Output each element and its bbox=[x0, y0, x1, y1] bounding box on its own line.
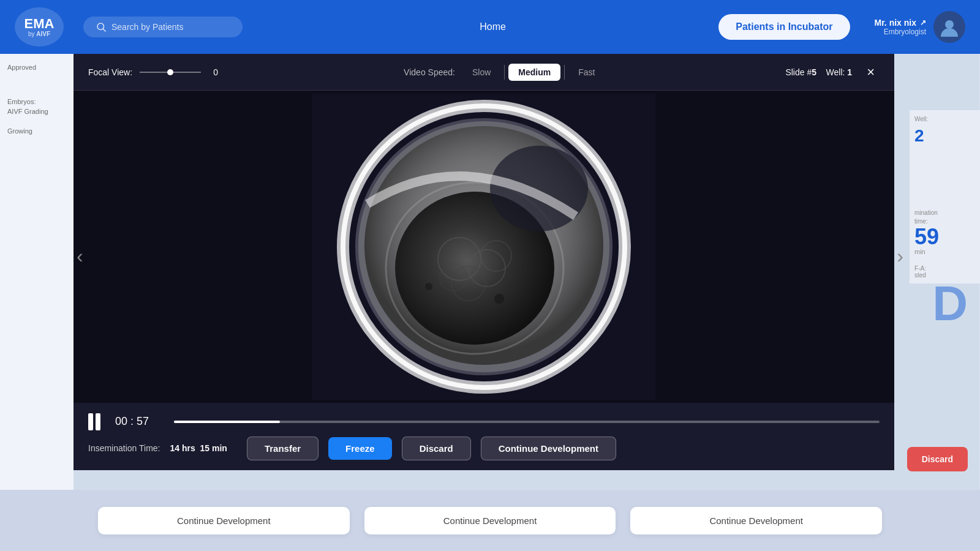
play-pause-button[interactable] bbox=[88, 413, 105, 430]
nav-prev-arrow[interactable]: ‹ bbox=[77, 245, 83, 268]
progress-bar-fill bbox=[174, 421, 280, 423]
speed-fast-button[interactable]: Fast bbox=[568, 64, 605, 81]
focal-slider-thumb bbox=[167, 69, 173, 75]
action-row: Insemination Time: 14 hrs 15 min Transfe… bbox=[88, 437, 880, 460]
transfer-button[interactable]: Transfer bbox=[247, 437, 318, 460]
focal-slider[interactable] bbox=[140, 65, 201, 80]
patients-incubator-button[interactable]: Patients in Incubator bbox=[718, 14, 850, 40]
freeze-button[interactable]: Freeze bbox=[328, 437, 392, 460]
right-panel-detail: Well: 2 minationtime: 59 min F-A: sted bbox=[910, 110, 980, 283]
pause-bar-left bbox=[88, 413, 93, 430]
embryo-visual bbox=[312, 94, 655, 400]
svg-point-16 bbox=[494, 294, 504, 304]
focal-value: 0 bbox=[208, 67, 223, 77]
user-name: Mr. nix nix ↗ bbox=[875, 18, 926, 28]
user-role: Embryologist bbox=[875, 28, 926, 36]
growing-label: Growing bbox=[7, 127, 66, 135]
slide-well-info: Slide #5 Well: 1 × bbox=[785, 63, 880, 81]
svg-point-2 bbox=[945, 20, 954, 29]
search-area[interactable]: Search by Patients bbox=[83, 17, 243, 37]
speed-slow-button[interactable]: Slow bbox=[462, 64, 500, 81]
focal-view-label: Focal View: bbox=[88, 67, 132, 77]
embryo-svg bbox=[312, 94, 655, 400]
nav-next-arrow[interactable]: › bbox=[897, 245, 903, 268]
continue-development-button[interactable]: Continue Development bbox=[481, 437, 616, 460]
close-modal-button[interactable]: × bbox=[862, 63, 880, 81]
svg-line-1 bbox=[103, 29, 105, 31]
modal-topbar: Focal View: 0 Video Speed: Slow Medium F… bbox=[74, 54, 894, 91]
avatar-icon bbox=[938, 16, 960, 38]
modal-controls: 00 : 57 Insemination Time: 14 hrs 15 min… bbox=[74, 403, 894, 470]
speed-divider-1 bbox=[504, 65, 505, 80]
video-speed-label: Video Speed: bbox=[404, 67, 455, 77]
nav-home[interactable]: Home bbox=[267, 21, 718, 32]
user-area: Mr. nix nix ↗ Embryologist bbox=[875, 11, 965, 43]
search-placeholder: Search by Patients bbox=[111, 22, 184, 32]
embryos-label: Embryos: bbox=[7, 98, 66, 105]
playback-row: 00 : 57 bbox=[88, 413, 880, 430]
insem-time-label: minationtime: bbox=[914, 209, 975, 226]
bottom-cards-area: Continue Development Continue Developmen… bbox=[0, 490, 980, 551]
progress-bar[interactable] bbox=[174, 421, 880, 423]
external-link-icon[interactable]: ↗ bbox=[920, 18, 926, 27]
speed-divider-2 bbox=[564, 65, 565, 80]
video-area bbox=[74, 91, 894, 403]
approved-label: Approved bbox=[7, 64, 66, 71]
time-display: 00 : 57 bbox=[115, 415, 164, 428]
fa-label: F-A: sted bbox=[914, 265, 975, 279]
search-icon bbox=[96, 21, 107, 32]
pause-icon bbox=[88, 413, 105, 430]
svg-point-17 bbox=[425, 283, 432, 290]
logo[interactable]: EMA by AIVF bbox=[15, 7, 64, 47]
insemination-values: 14 hrs 15 min bbox=[170, 443, 227, 453]
well-label: Well: 2 bbox=[914, 115, 975, 148]
right-letter-d: D bbox=[932, 276, 968, 332]
header: EMA by AIVF Search by Patients Home Pati… bbox=[0, 0, 980, 54]
video-speed-control: Video Speed: Slow Medium Fast bbox=[404, 64, 605, 81]
left-sidebar: Approved Embryos: AIVF Grading Growing bbox=[0, 54, 74, 551]
bottom-card-1: Continue Development bbox=[98, 507, 350, 534]
aivf-grading-label: AIVF Grading bbox=[7, 108, 66, 115]
speed-medium-button[interactable]: Medium bbox=[508, 64, 560, 81]
logo-ema: EMA bbox=[24, 17, 55, 31]
bottom-card-3: Continue Development bbox=[630, 507, 882, 534]
avatar bbox=[933, 11, 965, 43]
slide-info: Slide #5 Well: 1 bbox=[785, 67, 852, 77]
user-info: Mr. nix nix ↗ Embryologist bbox=[875, 18, 926, 36]
red-discard-button[interactable]: Discard bbox=[907, 447, 968, 471]
video-modal: Focal View: 0 Video Speed: Slow Medium F… bbox=[74, 54, 894, 470]
pause-bar-right bbox=[96, 413, 100, 430]
insemination-label: Insemination Time: bbox=[88, 443, 160, 453]
focal-slider-track bbox=[140, 72, 201, 73]
discard-button[interactable]: Discard bbox=[402, 437, 471, 460]
insem-time-unit: min bbox=[914, 248, 975, 255]
logo-by: by AIVF bbox=[28, 31, 50, 37]
svg-point-0 bbox=[97, 23, 104, 30]
bottom-card-2: Continue Development bbox=[364, 507, 616, 534]
focal-view-control: Focal View: 0 bbox=[88, 65, 223, 80]
insem-time-value: 59 bbox=[914, 226, 975, 248]
